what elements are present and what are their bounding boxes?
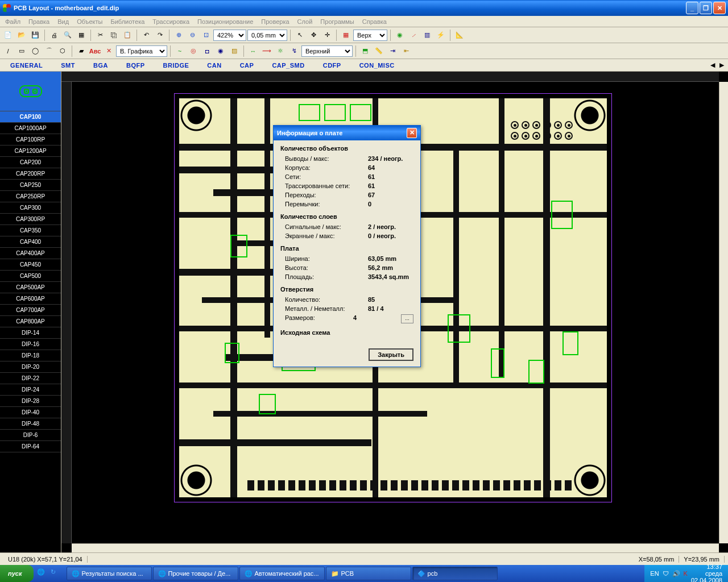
refresh-icon[interactable]: ↻ bbox=[51, 568, 61, 579]
line-icon[interactable]: / bbox=[2, 45, 14, 57]
lib-item[interactable]: CAP400 bbox=[0, 236, 61, 248]
task-button[interactable]: 🌐Прочие товары / Де... bbox=[153, 567, 238, 580]
trace2-icon[interactable]: ⟿ bbox=[260, 45, 273, 57]
trace-icon[interactable]: ~ bbox=[173, 45, 186, 57]
task-button[interactable]: 📁PCB bbox=[326, 567, 411, 580]
cat-BQFP[interactable]: BQFP bbox=[118, 60, 153, 70]
cat-CAN[interactable]: CAN bbox=[199, 60, 229, 70]
menu-Правка[interactable]: Правка bbox=[24, 17, 53, 26]
layers-icon[interactable]: ▦ bbox=[340, 29, 352, 41]
cat-BGA[interactable]: BGA bbox=[85, 60, 116, 70]
library-sidebar[interactable]: CAP100CAP1000APCAP100RPCAP1200APCAP200CA… bbox=[0, 72, 61, 552]
task-button[interactable]: 🌐Автоматический рас... bbox=[239, 567, 325, 580]
menu-Слой[interactable]: Слой bbox=[293, 17, 317, 26]
paste-icon[interactable]: 📋 bbox=[121, 29, 134, 41]
lib-item[interactable]: CAP400AP bbox=[0, 248, 61, 259]
lib-item[interactable]: CAP300RP bbox=[0, 214, 61, 225]
zoom-out-icon[interactable]: ⊖ bbox=[186, 29, 198, 41]
copy-icon[interactable]: ⿻ bbox=[107, 29, 120, 41]
ie-icon[interactable]: 🌐 bbox=[37, 568, 47, 579]
tray-clock[interactable]: 13:37 среда 02.04.2008 bbox=[691, 563, 722, 582]
tray-av-icon[interactable]: K bbox=[684, 570, 688, 577]
cat-prev-icon[interactable]: ◀ bbox=[709, 61, 717, 69]
arc-icon[interactable]: ⌒ bbox=[43, 45, 55, 57]
cat-CON_MISC[interactable]: CON_MISC bbox=[351, 60, 403, 70]
cat-next-icon[interactable]: ▶ bbox=[718, 61, 726, 69]
menu-Справка[interactable]: Справка bbox=[358, 17, 391, 26]
layer-select[interactable]: Верх bbox=[353, 30, 387, 41]
lib-item[interactable]: DIP-14 bbox=[0, 327, 61, 339]
titleblock-icon[interactable]: ▦ bbox=[75, 29, 88, 41]
redo-icon[interactable]: ↷ bbox=[154, 29, 166, 41]
cat-GENERAL[interactable]: GENERAL bbox=[2, 60, 51, 70]
print-icon[interactable]: 🖨 bbox=[48, 29, 60, 41]
lib-item[interactable]: CAP250RP bbox=[0, 191, 61, 202]
lib-item[interactable]: DIP-20 bbox=[0, 361, 61, 373]
text-icon[interactable]: Авс bbox=[89, 45, 101, 57]
cat-CDFP[interactable]: CDFP bbox=[315, 60, 349, 70]
lib-item[interactable]: DIP-6 bbox=[0, 430, 61, 441]
dim-icon[interactable]: ↔ bbox=[247, 45, 259, 57]
tray-sound-icon[interactable]: 🔊 bbox=[672, 570, 680, 577]
lib-item[interactable]: DIP-24 bbox=[0, 384, 61, 396]
fill-icon[interactable]: ▰ bbox=[75, 45, 88, 57]
close-button[interactable]: ✕ bbox=[713, 2, 726, 14]
menu-Трассировка[interactable]: Трассировка bbox=[148, 17, 193, 26]
layer2-select[interactable]: Верхний bbox=[301, 45, 353, 57]
start-button[interactable]: пуск bbox=[0, 565, 34, 582]
graphics-select[interactable]: В. Графика bbox=[116, 45, 167, 57]
lib-item[interactable]: CAP450 bbox=[0, 259, 61, 271]
preview-icon[interactable]: 🔍 bbox=[61, 29, 74, 41]
cat-BRIDGE[interactable]: BRIDGE bbox=[155, 60, 197, 70]
browse-button[interactable]: ... bbox=[401, 314, 413, 323]
lib-item[interactable]: CAP500AP bbox=[0, 282, 61, 293]
menu-Библиотека[interactable]: Библиотека bbox=[107, 17, 149, 26]
cat-CAP_SMD[interactable]: CAP_SMD bbox=[264, 60, 312, 70]
zoom-in-icon[interactable]: ⊕ bbox=[172, 29, 185, 41]
lib-item[interactable]: CAP300 bbox=[0, 202, 61, 214]
lib-item[interactable]: DIP-28 bbox=[0, 396, 61, 407]
lib-item[interactable]: DIP-40 bbox=[0, 407, 61, 418]
lib-item[interactable]: DIP-18 bbox=[0, 350, 61, 361]
net-icon[interactable]: ⟋ bbox=[407, 29, 420, 41]
rect-icon[interactable]: ▭ bbox=[15, 45, 28, 57]
schematic-icon[interactable]: 📐 bbox=[453, 29, 466, 41]
undo-icon[interactable]: ↶ bbox=[140, 29, 152, 41]
drc-icon[interactable]: ▥ bbox=[421, 29, 433, 41]
minimize-button[interactable]: _ bbox=[686, 2, 698, 14]
place-icon[interactable]: ⬒ bbox=[359, 45, 371, 57]
lib-item[interactable]: CAP100 bbox=[0, 111, 61, 123]
system-tray[interactable]: EN 🛡 🔊 K 13:37 среда 02.04.2008 bbox=[644, 565, 728, 582]
ratsnest-icon[interactable]: ⚛ bbox=[274, 45, 287, 57]
via-icon[interactable]: ◎ bbox=[187, 45, 200, 57]
pan-icon[interactable]: ✥ bbox=[307, 29, 320, 41]
task-button[interactable]: 🔷pcb bbox=[412, 567, 498, 580]
vertical-scrollbar[interactable] bbox=[719, 82, 728, 543]
lib-item[interactable]: DIP-16 bbox=[0, 339, 61, 350]
menu-Объекты[interactable]: Объекты bbox=[73, 17, 106, 26]
lib-item[interactable]: CAP350 bbox=[0, 225, 61, 236]
zoom-select[interactable]: 422% bbox=[213, 30, 246, 41]
route-icon[interactable]: ◉ bbox=[394, 29, 406, 41]
pad-icon[interactable]: ◘ bbox=[201, 45, 213, 57]
autoroute-icon[interactable]: ⚡ bbox=[435, 29, 447, 41]
menu-Файл[interactable]: Файл bbox=[1, 17, 24, 26]
lib-item[interactable]: CAP800AP bbox=[0, 316, 61, 327]
measure-icon[interactable]: 📏 bbox=[373, 45, 385, 57]
unroute-icon[interactable]: ↯ bbox=[288, 45, 300, 57]
lib-item[interactable]: CAP100RP bbox=[0, 134, 61, 146]
new-icon[interactable]: 📄 bbox=[2, 29, 14, 41]
tray-shield-icon[interactable]: 🛡 bbox=[663, 570, 669, 577]
grid-select[interactable]: 0,05 mm bbox=[247, 30, 287, 41]
export-icon[interactable]: ⇤ bbox=[400, 45, 412, 57]
save-icon[interactable]: 💾 bbox=[29, 29, 42, 41]
import-icon[interactable]: ⇥ bbox=[386, 45, 399, 57]
horizontal-scrollbar[interactable] bbox=[72, 543, 719, 552]
poly-icon[interactable]: ⬡ bbox=[56, 45, 69, 57]
lib-item[interactable]: CAP250 bbox=[0, 180, 61, 191]
lib-item[interactable]: DIP-64 bbox=[0, 441, 61, 452]
menu-Вид[interactable]: Вид bbox=[53, 17, 73, 26]
delete-icon[interactable]: ✕ bbox=[102, 45, 115, 57]
lib-item[interactable]: CAP1000AP bbox=[0, 123, 61, 134]
open-icon[interactable]: 📂 bbox=[15, 29, 28, 41]
